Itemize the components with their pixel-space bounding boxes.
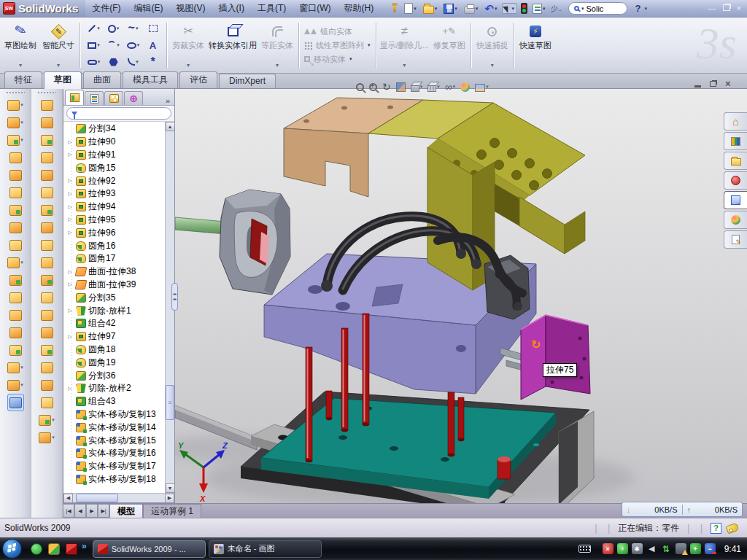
quick-launch-desktop-icon[interactable]: [48, 543, 60, 555]
menu-item-4[interactable]: 工具(T): [251, 0, 293, 17]
expand-arrow-icon[interactable]: ▷: [66, 152, 74, 158]
knit-surface-button[interactable]: [41, 359, 53, 376]
sketch-rectangle-button[interactable]: ▾: [84, 37, 104, 54]
replace-face-button[interactable]: [41, 289, 53, 306]
expand-arrow-icon[interactable]: ▷: [66, 139, 74, 145]
swept-surface-button[interactable]: [41, 131, 53, 149]
tab-曲面[interactable]: 曲面: [83, 71, 121, 88]
quick-launch-overflow-icon[interactable]: »: [82, 541, 87, 551]
sketch-button[interactable]: 草图绘制 ▾: [1, 20, 39, 71]
tray-security-green-icon[interactable]: ⚡: [617, 543, 628, 554]
tree-item[interactable]: ▷拉伸91: [66, 149, 165, 162]
tree-item[interactable]: ▷拉伸95: [66, 214, 165, 227]
extruded-cut-button[interactable]: ▾: [7, 114, 23, 131]
taskbar-window-1[interactable]: 未命名 - 画图: [209, 540, 322, 558]
sketch-selection-box-button[interactable]: [143, 20, 163, 37]
tree-item[interactable]: 实体-移动/复制13: [66, 408, 165, 421]
offset-entities-button[interactable]: 等距实体 ▾: [258, 20, 296, 71]
tree-item[interactable]: 实体-移动/复制16: [66, 447, 165, 460]
task-pane-tab-appearances-scenes[interactable]: [724, 211, 747, 229]
quick-tips-help-icon[interactable]: ?: [711, 523, 721, 534]
expand-arrow-icon[interactable]: ▷: [66, 308, 74, 314]
fillet-button[interactable]: ▾: [7, 131, 23, 149]
slide-block-part[interactable]: [175, 190, 290, 295]
doc-minimize-button[interactable]: [694, 85, 701, 88]
help-button[interactable]: ?: [635, 3, 641, 14]
edit-appearance-button[interactable]: [460, 82, 470, 92]
panel-splitter-handle[interactable]: ◂▸◂▸: [171, 283, 178, 311]
sketch-ellipse-button[interactable]: ▾: [123, 37, 143, 54]
print-button[interactable]: ▾: [462, 3, 480, 15]
repair-sketch-button[interactable]: 修复草图: [430, 20, 468, 71]
minimize-button[interactable]: —: [708, 4, 716, 12]
tab-scroll-first-button[interactable]: |◀: [63, 504, 74, 518]
shell-button[interactable]: [9, 201, 22, 219]
menu-item-0[interactable]: 文件(F): [85, 0, 127, 17]
toolbar-grip[interactable]: [6, 91, 25, 94]
restore-button[interactable]: [723, 4, 730, 11]
graphics-viewport[interactable]: ↻ Y Z X ▾▾▾▾ × 拉伸75: [175, 89, 747, 503]
task-pane-tab-solidworks-resources[interactable]: [724, 112, 747, 131]
fillet-surface-button[interactable]: [41, 394, 53, 411]
tree-item[interactable]: ▷曲面-拉伸38: [66, 265, 165, 279]
tree-item[interactable]: ▷切除-放样2: [66, 382, 165, 395]
display-style-button[interactable]: ▾: [427, 82, 440, 92]
tree-item[interactable]: 组合43: [66, 395, 165, 408]
undo-button[interactable]: ▾: [483, 1, 498, 16]
tree-item[interactable]: ▷拉伸93: [66, 187, 165, 201]
taskbar-window-0[interactable]: SolidWorks 2009 - ...: [93, 540, 206, 558]
wizard-hole-button[interactable]: [9, 236, 22, 254]
document-tab-0[interactable]: 模型: [109, 504, 143, 518]
tray-security-red-icon[interactable]: ×: [603, 543, 614, 554]
expand-arrow-icon[interactable]: ▷: [66, 386, 74, 392]
revolved-boss-button[interactable]: [9, 149, 22, 166]
scroll-down-arrow[interactable]: ▼: [166, 483, 175, 493]
linear-sketch-pattern-button[interactable]: 线性草图阵列▾: [304, 39, 371, 52]
smart-dimension-button[interactable]: 智能尺寸 ▾: [39, 20, 77, 71]
menu-item-6[interactable]: 帮助(H): [338, 0, 381, 17]
extruded-surface-button[interactable]: [41, 96, 53, 114]
menu-item-1[interactable]: 编辑(E): [128, 0, 170, 17]
tree-item[interactable]: ▷拉伸94: [66, 201, 165, 214]
expand-arrow-icon[interactable]: ▷: [66, 217, 74, 222]
zoom-to-area-button[interactable]: [369, 83, 377, 91]
tray-update-gear-icon[interactable]: ✱: [632, 543, 643, 554]
new-document-button[interactable]: ▾: [403, 2, 418, 15]
move-copy-bodies-button[interactable]: [9, 324, 22, 341]
curve-button[interactable]: ▾: [39, 429, 55, 446]
tray-sync-green-icon[interactable]: ⇅: [661, 543, 672, 554]
sketch-spline-button[interactable]: ▾: [123, 20, 143, 37]
quick-snaps-button[interactable]: 快速捕捉 ▾: [473, 20, 511, 71]
open-button[interactable]: ▾: [422, 3, 439, 15]
tree-item[interactable]: ▷拉伸92: [66, 174, 165, 187]
tree-item[interactable]: 分割36: [66, 369, 165, 382]
sketch-slot-button[interactable]: ▾: [84, 54, 104, 71]
thicken-button[interactable]: [41, 376, 53, 394]
task-pane-tab-design-library[interactable]: [724, 132, 747, 150]
tree-item[interactable]: 圆角15: [66, 161, 165, 174]
planar-surface-button[interactable]: [41, 219, 53, 236]
expand-arrow-icon[interactable]: ▷: [66, 191, 74, 197]
tree-item[interactable]: 圆角16: [66, 239, 165, 252]
tree-item[interactable]: 圆角18: [66, 343, 165, 357]
tab-模具工具[interactable]: 模具工具: [123, 71, 178, 88]
tray-volume-icon[interactable]: ◀: [646, 543, 657, 554]
sketch-polygon-button[interactable]: [104, 54, 123, 71]
keyboard-layout-icon[interactable]: [578, 545, 591, 553]
task-pane-tab-custom-properties[interactable]: [724, 230, 747, 249]
tree-item[interactable]: 分割35: [66, 291, 165, 304]
move-entities-button[interactable]: 移动实体▾: [304, 53, 371, 66]
start-button[interactable]: [2, 539, 22, 559]
tab-草图[interactable]: 草图: [44, 71, 82, 89]
sketch-sketch-fillet-button[interactable]: ▾: [123, 54, 143, 71]
tree-item[interactable]: ▷曲面-拉伸39: [66, 279, 165, 292]
lofted-surface-button[interactable]: [41, 149, 53, 166]
section-view-button[interactable]: [396, 82, 406, 92]
pin-icon[interactable]: [393, 5, 396, 12]
convert-entities-button[interactable]: 转换实体引用: [207, 20, 258, 71]
rebuild-button[interactable]: [521, 3, 527, 14]
tree-item[interactable]: 实体-移动/复制15: [66, 434, 165, 447]
task-pane-tab-file-explorer[interactable]: [724, 152, 747, 170]
tab-scroll-last-button[interactable]: ▶|: [98, 504, 109, 518]
expand-arrow-icon[interactable]: ▷: [66, 334, 74, 340]
